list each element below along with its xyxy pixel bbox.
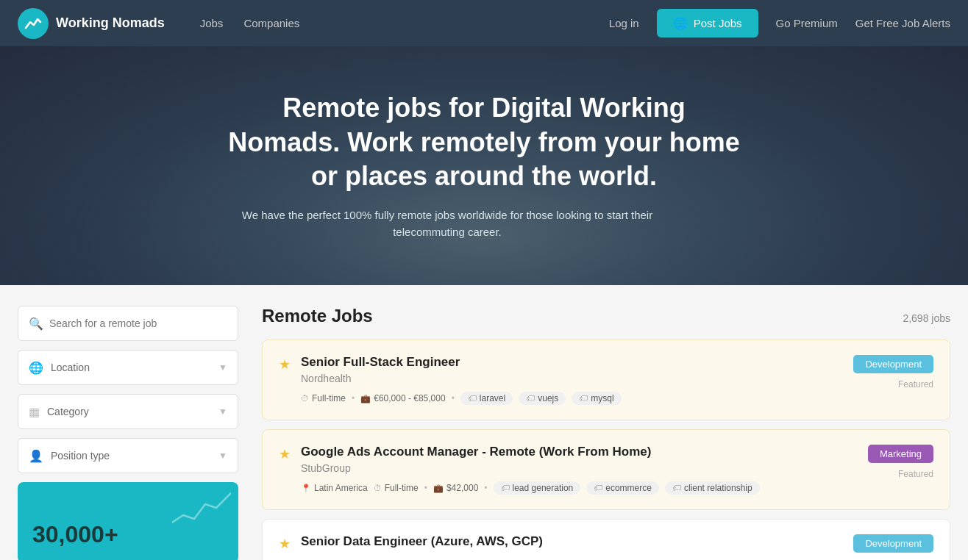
job-type-tag: ⏱ Full-time — [301, 393, 346, 403]
job-meta-right: Marketing Featured — [868, 445, 933, 479]
featured-label: Featured — [898, 379, 933, 390]
tag-client-relationship: 🏷 client relationship — [665, 481, 760, 495]
job-title: Google Ads Account Manager - Remote (Wor… — [301, 445, 858, 459]
nav-companies[interactable]: Companies — [243, 17, 299, 29]
search-box[interactable]: 🔍 — [18, 306, 238, 341]
star-icon: ★ — [279, 446, 291, 462]
nav-jobs[interactable]: Jobs — [200, 17, 224, 29]
table-row[interactable]: ★ Senior Data Engineer (Azure, AWS, GCP)… — [262, 519, 950, 560]
job-info: Senior Data Engineer (Azure, AWS, GCP) — [301, 534, 843, 556]
nav-login[interactable]: Log in — [609, 17, 639, 29]
location-chevron-icon: ▼ — [218, 362, 227, 373]
salary-icon: 💼 — [433, 484, 444, 493]
location-filter[interactable]: 🌐 Location ▼ — [18, 350, 238, 385]
search-icon: 🔍 — [29, 317, 43, 331]
promo-chart — [172, 489, 231, 529]
star-icon: ★ — [279, 536, 291, 552]
hero-title: Remote jobs for Digital Working Nomads. … — [227, 91, 741, 194]
job-category-badge: Marketing — [868, 445, 933, 463]
featured-label: Featured — [898, 469, 933, 479]
sidebar: 🔍 🌐 Location ▼ ▦ Category ▼ 👤 Position t… — [18, 306, 238, 560]
position-type-icon: 👤 — [29, 449, 43, 463]
hero-subtitle: We have the perfect 100% fully remote jo… — [227, 207, 668, 240]
tag-icon: 🏷 — [526, 393, 535, 403]
nav-links: Jobs Companies — [200, 17, 300, 29]
job-company: StubGroup — [301, 462, 858, 474]
job-type-tag: ⏱ Full-time — [374, 483, 419, 493]
tag-lead-generation: 🏷 lead generation — [494, 481, 581, 495]
job-tags: 📍 Latin America ⏱ Full-time • 💼 $42,000 … — [301, 481, 858, 495]
salary-icon: 💼 — [360, 394, 371, 403]
job-tags: ⏱ Full-time • 💼 €60,000 - €85,000 • 🏷 la… — [301, 392, 843, 405]
main-layout: 🔍 🌐 Location ▼ ▦ Category ▼ 👤 Position t… — [0, 285, 968, 560]
tag-laravel: 🏷 laravel — [460, 392, 513, 405]
tag-ecommerce: 🏷 ecommerce — [586, 481, 659, 495]
nav-right: Log in 🌐 Post Jobs Go Premium Get Free J… — [609, 9, 950, 37]
star-icon: ★ — [279, 356, 291, 373]
job-company: Nordhealth — [301, 373, 843, 384]
job-salary-tag: 💼 €60,000 - €85,000 — [360, 393, 445, 403]
job-title: Senior Data Engineer (Azure, AWS, GCP) — [301, 534, 843, 549]
job-category-badge: Development — [853, 534, 933, 553]
job-info: Google Ads Account Manager - Remote (Wor… — [301, 445, 858, 495]
job-salary-tag: 💼 $42,000 — [433, 483, 478, 493]
brand-link[interactable]: Working Nomads — [18, 8, 165, 39]
position-type-filter-label: Position type — [51, 450, 218, 462]
tag-icon: 🏷 — [672, 483, 681, 493]
navbar: Working Nomads Jobs Companies Log in 🌐 P… — [0, 0, 968, 46]
job-meta-right: Development — [853, 534, 933, 559]
jobs-section: Remote Jobs 2,698 jobs ★ Senior Full-Sta… — [262, 306, 950, 560]
tag-mysql: 🏷 mysql — [572, 392, 621, 405]
promo-number: 30,000+ — [32, 521, 118, 548]
time-icon: ⏱ — [374, 484, 382, 492]
table-row[interactable]: ★ Senior Full-Stack Engineer Nordhealth … — [262, 340, 950, 420]
tag-vuejs: 🏷 vuejs — [519, 392, 566, 405]
sidebar-promo: 30,000+ — [18, 482, 238, 560]
job-location-tag: 📍 Latin America — [301, 483, 368, 493]
category-icon: ▦ — [29, 405, 40, 419]
location-icon: 🌐 — [29, 361, 43, 375]
job-info: Senior Full-Stack Engineer Nordhealth ⏱ … — [301, 355, 843, 405]
tag-icon: 🏷 — [501, 483, 510, 493]
time-icon: ⏱ — [301, 394, 309, 403]
job-category-badge: Development — [853, 355, 933, 373]
job-title: Senior Full-Stack Engineer — [301, 355, 843, 370]
job-meta-right: Development Featured — [853, 355, 933, 390]
post-jobs-label: Post Jobs — [694, 17, 742, 29]
location-pin-icon: 📍 — [301, 484, 311, 493]
jobs-header: Remote Jobs 2,698 jobs — [262, 306, 950, 326]
search-input[interactable] — [49, 317, 227, 329]
hero-section: Remote jobs for Digital Working Nomads. … — [0, 46, 968, 285]
category-filter-label: Category — [47, 406, 218, 417]
tag-icon: 🏷 — [579, 393, 588, 403]
jobs-section-title: Remote Jobs — [262, 306, 373, 326]
globe-icon: 🌐 — [673, 16, 688, 30]
hero-content: Remote jobs for Digital Working Nomads. … — [227, 91, 741, 240]
jobs-count: 2,698 jobs — [903, 312, 950, 324]
nav-job-alerts[interactable]: Get Free Job Alerts — [855, 17, 950, 29]
nav-premium[interactable]: Go Premium — [776, 17, 838, 29]
brand-name: Working Nomads — [56, 15, 165, 31]
category-filter[interactable]: ▦ Category ▼ — [18, 394, 238, 429]
location-filter-label: Location — [51, 362, 218, 373]
table-row[interactable]: ★ Google Ads Account Manager - Remote (W… — [262, 429, 950, 510]
post-jobs-button[interactable]: 🌐 Post Jobs — [657, 9, 758, 37]
tag-icon: 🏷 — [468, 393, 477, 403]
logo-icon — [18, 8, 49, 39]
category-chevron-icon: ▼ — [218, 406, 227, 417]
position-type-chevron-icon: ▼ — [218, 450, 227, 461]
tag-icon: 🏷 — [594, 483, 602, 493]
position-type-filter[interactable]: 👤 Position type ▼ — [18, 438, 238, 473]
